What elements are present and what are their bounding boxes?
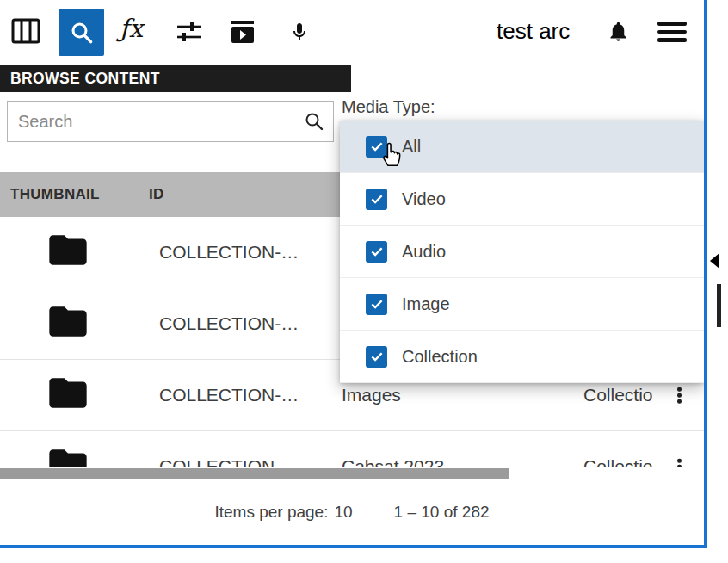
search-input-icon [304,111,324,132]
notifications-bell-icon[interactable] [607,19,630,44]
folder-icon [47,448,89,467]
items-per-page-select[interactable]: 10 [334,503,352,522]
media-type-dropdown: All Video Audio Image Collection [340,121,704,383]
search-box [7,101,334,142]
option-label: All [402,137,421,157]
horizontal-scrollbar-thumb[interactable] [0,468,509,479]
app-title: test arc [497,18,570,45]
horizontal-scrollbar [0,467,704,479]
option-label: Collection [402,347,478,367]
pagination-bar: Items per page: 10 1 – 10 of 282 [0,479,704,545]
media-type-option-all[interactable]: All [340,121,704,173]
option-label: Video [402,189,446,209]
search-icon [69,20,95,46]
row-actions-kebab-icon[interactable] [674,384,685,407]
search-input[interactable] [8,112,304,132]
microphone-icon[interactable] [289,18,310,46]
row-title: Cabsat 2023 [342,456,444,467]
row-id: COLLECTION-… [159,385,299,405]
checkbox-checked-icon[interactable] [366,136,387,158]
row-type: Collectio [583,385,653,405]
option-label: Audio [402,242,446,262]
row-title: Images [342,385,401,405]
panel-collapse-arrow-icon[interactable] [710,253,719,269]
column-header-id[interactable]: ID [149,186,164,203]
table-row[interactable]: COLLECTION-… Cabsat 2023 Collectio [0,431,704,467]
folder-icon [47,305,89,343]
column-header-thumbnail[interactable]: THUMBNAIL [10,186,100,203]
video-library-icon[interactable] [229,19,256,45]
media-type-option-audio[interactable]: Audio [340,226,704,278]
row-id: COLLECTION-… [159,313,299,334]
media-type-option-video[interactable]: Video [340,173,704,226]
checkbox-checked-icon[interactable] [366,241,387,263]
media-type-option-image[interactable]: Image [340,278,704,331]
row-type: Collectio [583,456,653,467]
items-per-page-label: Items per page: [214,503,328,522]
hamburger-menu-icon[interactable] [657,22,687,42]
pagination-range-label: 1 – 10 of 282 [394,503,490,522]
row-id: COLLECTION-… [159,242,299,263]
toolbar: ƒx test arc [0,0,704,65]
row-id: COLLECTION-… [159,456,299,467]
folder-icon [47,376,89,414]
search-button[interactable] [59,9,104,56]
tune-filters-icon[interactable] [176,20,203,44]
folder-icon [47,233,89,271]
checkbox-checked-icon[interactable] [366,294,387,315]
browse-content-header: BROWSE CONTENT [0,65,351,92]
vertical-scrollbar-thumb[interactable] [717,284,721,327]
checkbox-checked-icon[interactable] [366,189,387,210]
checkbox-checked-icon[interactable] [366,346,387,368]
media-type-label: Media Type: [342,97,435,117]
effects-fx-icon[interactable]: ƒx [120,14,143,43]
row-actions-kebab-icon[interactable] [674,455,685,467]
filmstrip-icon[interactable] [11,18,40,44]
app-window: ƒx test arc BROWSE CONTENT THUMBNAIL ID … [0,0,707,548]
media-type-option-collection[interactable]: Collection [340,331,704,383]
option-label: Image [402,294,450,314]
